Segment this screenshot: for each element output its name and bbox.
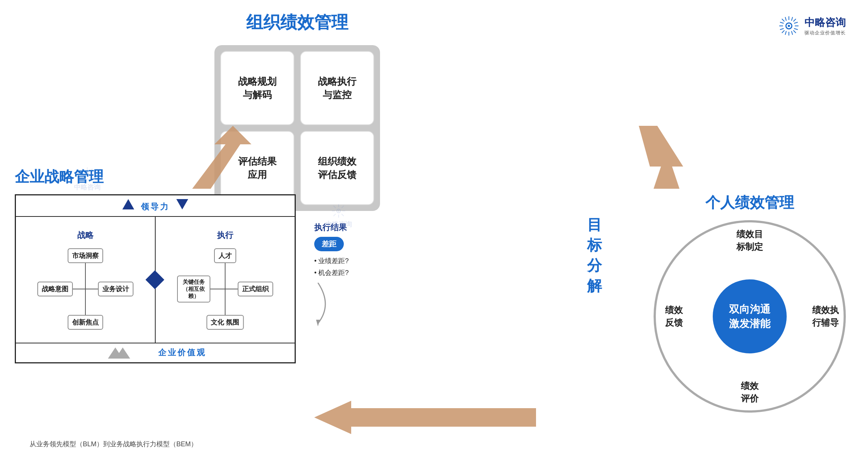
blm-diamond-connector — [148, 273, 162, 286]
svg-line-6 — [782, 19, 784, 21]
svg-line-42 — [342, 214, 344, 216]
blm-left-top-node: 市场洞察 — [68, 248, 103, 263]
logo-tagline: 驱动企业价值增长 — [804, 30, 846, 36]
blm-right-diamond: 人才 关键任务（相互依赖） 正式组织 文化 氛围 — [177, 248, 273, 330]
svg-line-14 — [794, 22, 798, 23]
logo: 中略咨询 驱动企业价值增长 — [778, 15, 846, 37]
circle-node-top: 绩效目标制定 — [726, 216, 774, 265]
quadrant-cell-2: 战略执行与监控 — [300, 51, 374, 125]
leadership-triangle-down — [176, 199, 188, 209]
quadrant-cell-1: 战略规划与解码 — [220, 51, 294, 125]
svg-line-12 — [785, 17, 786, 21]
circle-center: 双向沟通激发潜能 — [713, 279, 787, 353]
personal-perf-section: 个人绩效管理 双向沟通激发潜能 绩效目标制定 绩效执行辅导 绩效评价 绩效反馈 — [654, 192, 846, 413]
bottom-big-arrow — [314, 399, 536, 437]
target-decompose-arrow-svg — [631, 122, 691, 196]
logo-name: 中略咨询 — [804, 16, 846, 30]
gap-item-2: • 机会差距? — [314, 267, 349, 279]
blm-bottom-bar: 企业价值观 — [16, 343, 295, 362]
blm-left-diamond: 市场洞察 战略意图 业务设计 创新焦点 — [37, 248, 133, 330]
value-arrow-left — [104, 347, 149, 359]
leadership-triangle-up — [122, 199, 134, 209]
logo-icon — [778, 15, 800, 37]
blm-left-left-node: 战略意图 — [37, 282, 73, 296]
svg-line-15 — [780, 28, 784, 30]
circle-node-right: 绩效执行辅导 — [801, 292, 850, 340]
svg-line-8 — [793, 19, 796, 21]
svg-line-17 — [785, 31, 786, 35]
gap-curve-arrow — [314, 283, 336, 327]
svg-line-7 — [793, 30, 796, 33]
enterprise-value-label: 企业价值观 — [158, 348, 206, 357]
blm-left-title: 战略 — [77, 230, 94, 241]
svg-line-11 — [794, 28, 798, 30]
blm-box: 领导力 战略 市场洞察 战略意图 业务设计 创新焦点 — [15, 194, 296, 363]
blm-right-top-node: 人才 — [214, 248, 236, 263]
logo-text: 中略咨询 驱动企业价值增长 — [804, 16, 846, 36]
blm-left: 战略 市场洞察 战略意图 业务设计 创新焦点 — [16, 217, 156, 343]
blm-right-left-node: 关键任务（相互依赖） — [177, 276, 210, 303]
personal-perf-title: 个人绩效管理 — [705, 192, 794, 213]
blm-top-bar: 领导力 — [16, 195, 295, 217]
leadership-label: 领导力 — [141, 202, 170, 211]
org-perf-title: 组织绩效管理 — [246, 11, 348, 34]
enterprise-title: 企业战略管理 — [15, 167, 296, 187]
blm-right-title: 执行 — [217, 230, 233, 241]
svg-line-44 — [333, 214, 336, 216]
bottom-arrow-svg — [314, 399, 536, 436]
svg-line-10 — [780, 22, 784, 23]
gap-items: • 业绩差距? • 机会差距? — [314, 255, 349, 279]
svg-line-9 — [782, 30, 784, 33]
svg-marker-24 — [314, 401, 536, 434]
target-decompose-label: 目标分解 — [587, 215, 602, 296]
svg-marker-20 — [639, 126, 683, 189]
circle-node-bottom: 绩效评价 — [726, 368, 774, 416]
target-decompose-arrow — [631, 122, 691, 198]
svg-line-13 — [791, 31, 793, 35]
exec-result-label: 执行结果 — [314, 222, 349, 233]
diamond-rhombus — [146, 271, 165, 289]
blm-right-bottom-node: 文化 氛围 — [206, 315, 244, 330]
blm-right: 执行 人才 关键任务（相互依赖） 正式组织 文化 氛围 — [156, 217, 295, 343]
svg-point-1 — [788, 25, 790, 27]
execution-result: 执行结果 差距 • 业绩差距? • 机会差距? — [314, 222, 349, 327]
blm-left-right-node: 业务设计 — [98, 282, 133, 296]
blm-left-bottom-node: 创新焦点 — [68, 315, 103, 330]
bottom-caption: 从业务领先模型（BLM）到业务战略执行力模型（BEM） — [30, 440, 197, 448]
enterprise-section: 企业战略管理 领导力 战略 市场洞察 战略意图 业务设计 创新焦点 — [15, 167, 296, 363]
gap-item-1: • 业绩差距? — [314, 255, 349, 267]
gap-badge: 差距 — [314, 237, 344, 251]
circle-diagram: 双向沟通激发潜能 绩效目标制定 绩效执行辅导 绩效评价 绩效反馈 — [654, 220, 846, 413]
blm-right-right-node: 正式组织 — [238, 282, 273, 296]
circle-node-left: 绩效反馈 — [650, 292, 698, 340]
blm-content: 战略 市场洞察 战略意图 业务设计 创新焦点 执行 — [16, 217, 295, 343]
quadrant-cell-4: 组织绩效评估反馈 — [300, 131, 374, 205]
svg-line-16 — [791, 17, 793, 21]
svg-marker-23 — [316, 320, 320, 326]
